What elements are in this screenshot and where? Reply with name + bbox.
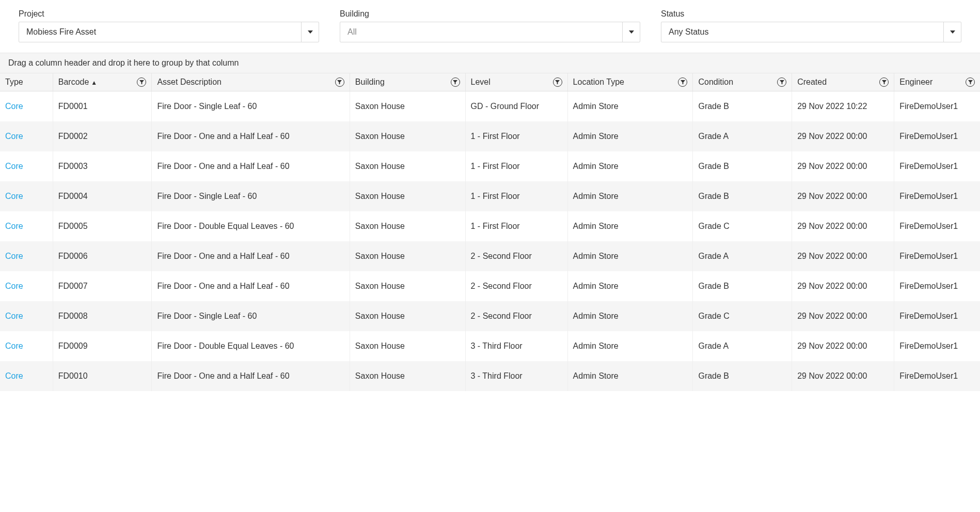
column-header-label: Created [797, 77, 827, 87]
column-header-description[interactable]: Asset Description [152, 73, 350, 91]
column-header-building[interactable]: Building [350, 73, 465, 91]
filter-icon[interactable] [553, 77, 562, 87]
cell-barcode: FD0004 [53, 181, 152, 211]
status-dropdown-value: Any Status [669, 27, 943, 37]
cell-type[interactable]: Core [0, 241, 53, 271]
filter-project-label: Project [19, 9, 319, 19]
cell-created: 29 Nov 2022 00:00 [792, 151, 894, 181]
svg-marker-9 [882, 80, 887, 84]
filter-icon[interactable] [966, 77, 975, 87]
cell-engineer: FireDemoUser1 [894, 331, 980, 361]
cell-type[interactable]: Core [0, 331, 53, 361]
cell-engineer: FireDemoUser1 [894, 361, 980, 391]
table-row[interactable]: CoreFD0010Fire Door - One and a Half Lea… [0, 361, 980, 391]
filter-icon[interactable] [335, 77, 344, 87]
cell-type[interactable]: Core [0, 271, 53, 301]
svg-marker-0 [308, 30, 313, 34]
filter-icon[interactable] [879, 77, 889, 87]
table-row[interactable]: CoreFD0004Fire Door - Single Leaf - 60Sa… [0, 181, 980, 211]
cell-created: 29 Nov 2022 00:00 [792, 241, 894, 271]
column-header-level[interactable]: Level [465, 73, 567, 91]
cell-condition: Grade C [693, 211, 792, 241]
building-dropdown-value: All [347, 27, 622, 37]
filter-icon[interactable] [678, 77, 687, 87]
cell-building: Saxon House [350, 271, 465, 301]
cell-engineer: FireDemoUser1 [894, 241, 980, 271]
cell-barcode: FD0009 [53, 331, 152, 361]
cell-location_type: Admin Store [567, 361, 693, 391]
cell-description: Fire Door - One and a Half Leaf - 60 [152, 361, 350, 391]
column-header-created[interactable]: Created [792, 73, 894, 91]
cell-type[interactable]: Core [0, 211, 53, 241]
column-header-label: Building [355, 77, 385, 87]
chevron-down-icon [943, 22, 961, 42]
cell-barcode: FD0001 [53, 91, 152, 122]
table-row[interactable]: CoreFD0003Fire Door - One and a Half Lea… [0, 151, 980, 181]
cell-engineer: FireDemoUser1 [894, 211, 980, 241]
cell-level: 2 - Second Floor [465, 241, 567, 271]
cell-condition: Grade A [693, 121, 792, 151]
table-row[interactable]: CoreFD0001Fire Door - Single Leaf - 60Sa… [0, 91, 980, 122]
cell-type[interactable]: Core [0, 91, 53, 122]
cell-location_type: Admin Store [567, 151, 693, 181]
column-header-label: Type [5, 77, 23, 87]
sort-asc-icon: ▲ [91, 79, 97, 86]
cell-created: 29 Nov 2022 00:00 [792, 331, 894, 361]
project-dropdown-value: Mobiess Fire Asset [26, 27, 301, 37]
filter-icon[interactable] [777, 77, 786, 87]
cell-building: Saxon House [350, 331, 465, 361]
table-header-row: TypeBarcode▲Asset DescriptionBuildingLev… [0, 73, 980, 91]
cell-building: Saxon House [350, 211, 465, 241]
column-header-type[interactable]: Type [0, 73, 53, 91]
table-row[interactable]: CoreFD0007Fire Door - One and a Half Lea… [0, 271, 980, 301]
cell-engineer: FireDemoUser1 [894, 301, 980, 331]
cell-type[interactable]: Core [0, 301, 53, 331]
group-by-dropzone[interactable]: Drag a column header and drop it here to… [0, 53, 980, 73]
cell-condition: Grade B [693, 91, 792, 122]
cell-type[interactable]: Core [0, 361, 53, 391]
project-dropdown[interactable]: Mobiess Fire Asset [19, 22, 319, 42]
cell-barcode: FD0006 [53, 241, 152, 271]
cell-engineer: FireDemoUser1 [894, 181, 980, 211]
cell-description: Fire Door - One and a Half Leaf - 60 [152, 271, 350, 301]
table-row[interactable]: CoreFD0006Fire Door - One and a Half Lea… [0, 241, 980, 271]
cell-location_type: Admin Store [567, 271, 693, 301]
cell-barcode: FD0007 [53, 271, 152, 301]
table-row[interactable]: CoreFD0008Fire Door - Single Leaf - 60Sa… [0, 301, 980, 331]
cell-level: 1 - First Floor [465, 121, 567, 151]
filter-icon[interactable] [137, 77, 146, 87]
cell-location_type: Admin Store [567, 241, 693, 271]
table-row[interactable]: CoreFD0002Fire Door - One and a Half Lea… [0, 121, 980, 151]
column-header-label: Condition [698, 77, 733, 87]
column-header-engineer[interactable]: Engineer [894, 73, 980, 91]
cell-condition: Grade B [693, 181, 792, 211]
svg-marker-1 [629, 30, 634, 34]
cell-created: 29 Nov 2022 00:00 [792, 211, 894, 241]
table-row[interactable]: CoreFD0005Fire Door - Double Equal Leave… [0, 211, 980, 241]
cell-type[interactable]: Core [0, 151, 53, 181]
cell-type[interactable]: Core [0, 121, 53, 151]
cell-condition: Grade B [693, 151, 792, 181]
cell-type[interactable]: Core [0, 181, 53, 211]
cell-level: 3 - Third Floor [465, 361, 567, 391]
cell-engineer: FireDemoUser1 [894, 121, 980, 151]
column-header-label: Asset Description [157, 77, 222, 87]
column-header-condition[interactable]: Condition [693, 73, 792, 91]
filter-icon[interactable] [451, 77, 460, 87]
filter-building: Building All [340, 9, 640, 42]
filter-status: Status Any Status [661, 9, 961, 42]
table-row[interactable]: CoreFD0009Fire Door - Double Equal Leave… [0, 331, 980, 361]
cell-location_type: Admin Store [567, 331, 693, 361]
building-dropdown[interactable]: All [340, 22, 640, 42]
cell-created: 29 Nov 2022 00:00 [792, 121, 894, 151]
column-header-barcode[interactable]: Barcode▲ [53, 73, 152, 91]
status-dropdown[interactable]: Any Status [661, 22, 961, 42]
cell-building: Saxon House [350, 91, 465, 122]
chevron-down-icon [622, 22, 640, 42]
column-header-location_type[interactable]: Location Type [567, 73, 693, 91]
cell-created: 29 Nov 2022 00:00 [792, 301, 894, 331]
cell-condition: Grade C [693, 301, 792, 331]
cell-building: Saxon House [350, 301, 465, 331]
table-body: CoreFD0001Fire Door - Single Leaf - 60Sa… [0, 91, 980, 392]
column-header-label: Engineer [899, 77, 932, 87]
